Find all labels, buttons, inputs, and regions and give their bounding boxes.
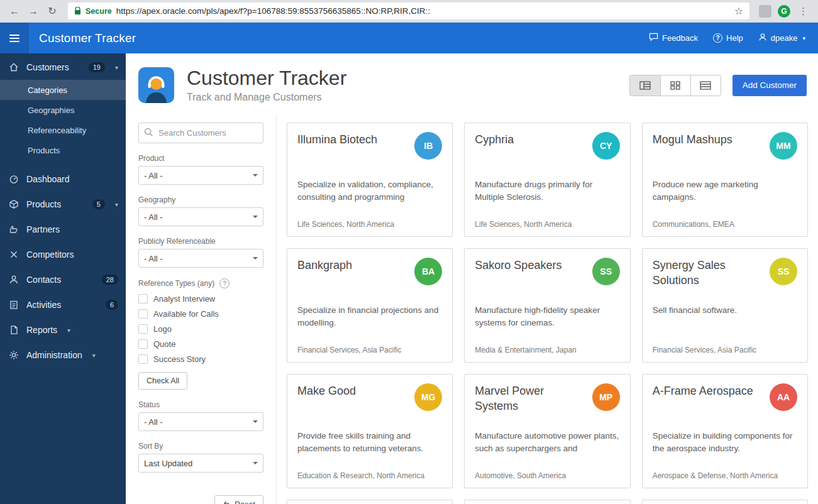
- sort-by-label: Sort By: [138, 442, 263, 451]
- secure-label: Secure: [86, 7, 112, 16]
- customer-card[interactable]: Sakoro Speakers SS Manufacture high-fide…: [464, 248, 630, 363]
- avatar: MM: [770, 132, 797, 160]
- reload-button[interactable]: ↻: [44, 3, 60, 19]
- gear-icon: [8, 350, 20, 360]
- checkbox-available-for-calls[interactable]: Available for Calls: [138, 309, 263, 319]
- view-report-button[interactable]: [630, 75, 660, 96]
- customer-name[interactable]: Synergy Sales Solutions: [653, 258, 760, 288]
- app-header: Customer Tracker Feedback ? Help dpeake …: [0, 23, 818, 53]
- customer-card[interactable]: Synergy Sales Solutions SS Sell financia…: [642, 248, 808, 363]
- customer-name[interactable]: Marvel Power Systems: [475, 383, 582, 414]
- reset-icon: [223, 500, 231, 504]
- customer-card[interactable]: A-Frame Aerospace AA Specialize in build…: [642, 374, 808, 488]
- view-toggle-group: [629, 75, 721, 96]
- checkbox-analyst-interview[interactable]: Analyst Interview: [138, 294, 263, 304]
- sidebar-item-contacts[interactable]: Contacts 28: [0, 267, 126, 292]
- success-story-checkbox[interactable]: [138, 354, 148, 364]
- logo-checkbox[interactable]: [138, 324, 148, 334]
- sidebar-item-products-sub[interactable]: Products: [0, 140, 126, 160]
- available-for-calls-checkbox[interactable]: [138, 309, 148, 319]
- reference-types-group: Analyst Interview Available for Calls Lo…: [138, 294, 263, 364]
- analyst-interview-checkbox[interactable]: [138, 294, 148, 304]
- url-text: https://apex.oracle.com/pls/apex/f?p=106…: [116, 6, 730, 16]
- sidebar-item-categories[interactable]: Categories: [0, 80, 126, 100]
- publicly-referenceable-select[interactable]: - All -: [138, 249, 263, 268]
- sidebar-item-competitors[interactable]: Competitors: [0, 242, 126, 267]
- sidebar-item-activities[interactable]: Activities 6: [0, 292, 126, 317]
- forward-button[interactable]: →: [25, 3, 41, 19]
- customer-card[interactable]: Mogul Mashups MM Produce new age marketi…: [642, 123, 808, 237]
- gauge-icon: [8, 174, 20, 184]
- add-customer-button[interactable]: Add Customer: [732, 75, 807, 96]
- sidebar-item-administration[interactable]: Administration ▾: [0, 342, 126, 368]
- sidebar-item-dashboard[interactable]: Dashboard: [0, 167, 126, 192]
- customer-name[interactable]: Illumina Biotech: [297, 132, 377, 147]
- user-menu[interactable]: dpeake ▾: [758, 33, 805, 43]
- sidebar-item-geographies[interactable]: Geographies: [0, 100, 126, 120]
- customer-name[interactable]: A-Frame Aerospace: [653, 383, 753, 398]
- report-view-icon: [639, 81, 651, 90]
- cards-view-icon: [670, 81, 680, 90]
- sidebar-item-customers[interactable]: Customers 19 ▾: [0, 55, 126, 80]
- status-label: Status: [138, 400, 263, 409]
- bookmark-star-icon[interactable]: ☆: [734, 5, 743, 17]
- customer-card[interactable]: [287, 500, 453, 504]
- box-icon: [8, 199, 20, 209]
- avatar: MG: [414, 383, 442, 411]
- page-header: Customer Tracker Track and Manage Custom…: [126, 53, 818, 114]
- geography-select[interactable]: - All -: [138, 207, 263, 226]
- checkbox-quote[interactable]: Quote: [138, 339, 263, 349]
- clipboard-list-icon: [8, 300, 20, 310]
- customer-card[interactable]: [464, 500, 630, 504]
- customer-name[interactable]: Mogul Mashups: [653, 132, 732, 147]
- sort-by-select[interactable]: Last Updated: [138, 454, 263, 473]
- chevron-down-icon: ▾: [67, 327, 70, 334]
- customer-card[interactable]: Bankgraph BA Specialize in financial pro…: [287, 248, 453, 363]
- customer-tracker-app-icon: [138, 67, 174, 103]
- customer-description: Specialize in financial projections and …: [297, 304, 442, 330]
- back-button[interactable]: ←: [6, 3, 23, 19]
- browser-menu-icon[interactable]: ⋮: [795, 6, 812, 17]
- customer-meta: Communications, EMEA: [653, 220, 797, 229]
- checkbox-logo[interactable]: Logo: [138, 324, 263, 334]
- customer-meta: Education & Research, North America: [297, 471, 442, 480]
- customer-meta: Life Sciences, North America: [475, 220, 619, 229]
- reference-types-help-icon[interactable]: ?: [219, 278, 229, 288]
- hamburger-menu-icon[interactable]: [0, 23, 29, 53]
- search-input[interactable]: [138, 123, 263, 143]
- page-title: Customer Tracker: [187, 67, 346, 89]
- sidebar-item-partners[interactable]: Partners: [0, 217, 126, 242]
- chevron-down-icon: ▾: [115, 201, 118, 208]
- customer-name[interactable]: Make Good: [297, 383, 356, 398]
- user-icon: [758, 33, 767, 43]
- avatar: IB: [414, 132, 442, 160]
- check-all-button[interactable]: Check All: [138, 372, 187, 390]
- green-extension-icon[interactable]: G: [778, 5, 790, 18]
- customer-card[interactable]: Marvel Power Systems MP Manufacture auto…: [464, 374, 630, 488]
- address-bar[interactable]: Secure https://apex.oracle.com/pls/apex/…: [68, 3, 749, 19]
- filter-panel: Product - All - Geography - All - Public…: [126, 114, 277, 504]
- customer-name[interactable]: Sakoro Speakers: [475, 258, 561, 273]
- quote-checkbox[interactable]: [138, 339, 148, 349]
- customer-description: Manufacture drugs primarily for Multiple…: [475, 178, 619, 204]
- avatar: SS: [770, 258, 797, 285]
- customer-card[interactable]: Illumina Biotech IB Specialize in valida…: [287, 123, 453, 237]
- view-table-button[interactable]: [690, 75, 721, 96]
- sidebar-item-referenceability[interactable]: Referenceability: [0, 120, 126, 140]
- status-select[interactable]: - All -: [138, 412, 263, 431]
- feedback-button[interactable]: Feedback: [649, 33, 698, 43]
- sidebar-item-reports[interactable]: Reports ▾: [0, 317, 126, 342]
- customer-name[interactable]: Cyphria: [475, 132, 514, 147]
- customer-card[interactable]: Make Good MG Provide free skills trainin…: [287, 374, 453, 488]
- extension-icon[interactable]: [759, 5, 771, 18]
- customer-name[interactable]: Bankgraph: [297, 258, 352, 273]
- avatar: AA: [770, 383, 797, 411]
- customer-card[interactable]: [642, 500, 808, 504]
- product-select[interactable]: - All -: [138, 166, 263, 185]
- sidebar-item-products[interactable]: Products 5 ▾: [0, 192, 126, 217]
- help-button[interactable]: ? Help: [713, 33, 743, 43]
- reset-button[interactable]: Reset: [214, 495, 263, 504]
- customer-card[interactable]: Cyphria CY Manufacture drugs primarily f…: [464, 123, 630, 237]
- view-cards-button[interactable]: [660, 75, 690, 96]
- checkbox-success-story[interactable]: Success Story: [138, 354, 263, 364]
